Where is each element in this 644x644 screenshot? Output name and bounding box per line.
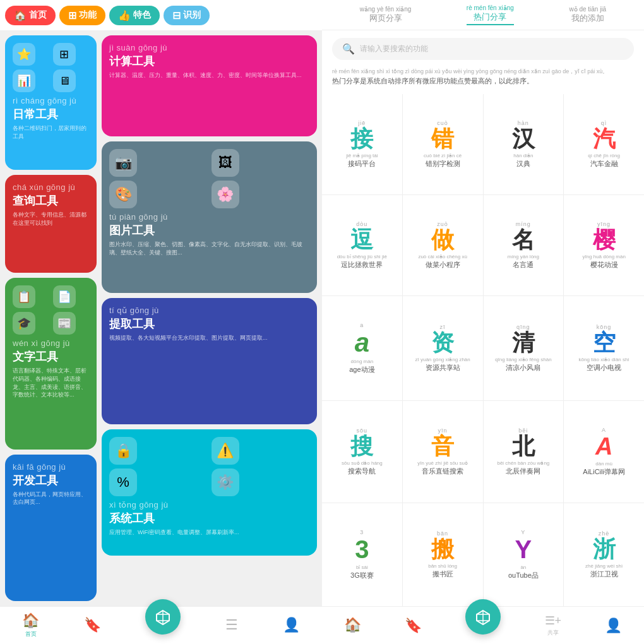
- daily-desc: 各种二维码扫门，居家用到的工具: [13, 124, 89, 140]
- feature-A-name: AiLiCili弹幕网: [583, 467, 625, 477]
- feature-sou[interactable]: sōu 搜 sōu suǒ dǎo háng 搜索导航: [322, 401, 402, 503]
- feature-a[interactable]: a a dòng màn age动漫: [322, 296, 402, 400]
- feature-Y-char: Y: [515, 537, 532, 562]
- feature-han[interactable]: hàn 汉 hàn diǎn 汉典: [484, 94, 564, 194]
- image-icon2: 🖼: [212, 149, 239, 177]
- feature-dou-name-pinyin: dòu bǐ shěng jiù shì jiè: [337, 254, 387, 260]
- nav-home[interactable]: 🏠 首页: [5, 6, 56, 25]
- tab-hotshare-pinyin: rè mén fēn xiǎng: [467, 4, 514, 11]
- feature-bei[interactable]: běi 北 běi chén bàn zòu wǎng 北辰伴奏网: [484, 401, 564, 503]
- bookmark-nav-icon: 🔖: [84, 617, 101, 633]
- bookmark-icon-right: 🔖: [405, 617, 422, 634]
- bottom-bookmark-left[interactable]: 🔖: [84, 617, 101, 635]
- feature-jie[interactable]: jiē 接 jiē mǎ píng tái 接码平台: [322, 94, 402, 194]
- card-query[interactable]: chá xún gōng jù 查询工具 各种文字、专用信息、清源都在这里可以找…: [5, 175, 97, 273]
- home-icon: 🏠: [14, 9, 27, 21]
- feature-cuo-char: 错: [431, 128, 454, 150]
- feature-ying-name: 樱花动漫: [590, 260, 618, 270]
- feature-han-name-pinyin: hàn diǎn: [513, 153, 533, 159]
- left-panel: 🏠 首页 ⊞ 功能 👍 特色 ⊟ 识别 ⭐ ⊞ 📊 🖥: [0, 0, 322, 644]
- feature-cuo-name: 错别字检测: [426, 159, 460, 169]
- feature-ban[interactable]: bān 搬 bān shū lóng 搬书匠: [403, 503, 483, 606]
- bottom-add-right[interactable]: ☰+ 共享: [545, 614, 562, 637]
- bottom-user-left[interactable]: 👤: [283, 617, 300, 635]
- feature-yin[interactable]: yīn 音 yīn yuè zhí jiē sōu suǒ 音乐直链搜索: [403, 401, 483, 503]
- fab-right[interactable]: [465, 599, 501, 635]
- bottom-home-left[interactable]: 🏠 首页: [22, 612, 39, 638]
- bottom-home-right[interactable]: 🏠: [344, 617, 361, 635]
- bottom-user-right[interactable]: 👤: [605, 617, 622, 634]
- feature-kong-name: 空调小电视: [587, 363, 621, 373]
- feature-ying[interactable]: yīng 樱 yīng huā dòng màn 樱花动漫: [564, 195, 644, 295]
- nav-func-label: 功能: [79, 9, 97, 21]
- feature-han-char: 汉: [512, 128, 535, 150]
- feature-A[interactable]: A A dàn mù AiLiCili弹幕网: [564, 401, 644, 503]
- feature-ying-name-pinyin: yīng huā dòng màn: [582, 254, 626, 260]
- tab-hotshare[interactable]: rè mén fēn xiǎng 热门分享: [467, 4, 514, 25]
- cube-icon-right: [474, 608, 492, 626]
- image-icon4: 🌸: [212, 181, 239, 208]
- card-system[interactable]: 🔒 ⚠️ % ⚙️ xì tǒng gōng jù 系统工具 应用管理、WiFi…: [102, 429, 317, 556]
- card-calc[interactable]: jì suàn gōng jù 计算工具 计算器、温度、压力、重量、体积、速度、…: [102, 35, 317, 136]
- feature-Y-pinyin: Y: [521, 529, 525, 535]
- card-daily[interactable]: ⭐ ⊞ 📊 🖥 rì cháng gōng jù 日常工具 各种二维码扫门，居家…: [5, 35, 97, 170]
- tab-webpage-label: 网页分享: [369, 13, 402, 24]
- card-text[interactable]: 📋 📄 🎓 📰 wén xì gōng jù 文字工具 语言翻译器、特殊文本、层…: [5, 278, 97, 449]
- special-icon: 👍: [118, 9, 131, 21]
- card-dev[interactable]: kāi fā gōng jù 开发工具 各种代码工具，网页特应用、去白网页...: [5, 455, 97, 601]
- calc-title-zh: jì suàn gōng jù: [109, 43, 309, 52]
- top-nav-left: 🏠 首页 ⊞ 功能 👍 特色 ⊟ 识别: [0, 0, 322, 30]
- feature-qing[interactable]: qīng 清 qīng liáng xiǎo fēng shàn 清凉小风扇: [484, 296, 564, 400]
- feature-grid: jiē 接 jiē mǎ píng tái 接码平台 cuò 错 cuò bié…: [322, 94, 644, 606]
- extract-title-cn: 提取工具: [109, 316, 309, 331]
- feature-kong[interactable]: kōng 空 kōng tiáo xiǎo diàn shì 空调小电视: [564, 296, 644, 400]
- func-icon: ⊞: [68, 9, 76, 21]
- bottom-fab-right[interactable]: [465, 617, 501, 635]
- tab-myadd[interactable]: wǒ de tiān jiā 我的添加: [569, 6, 606, 24]
- right-panel: wǎng yè fēn xiǎng 网页分享 rè mén fēn xiǎng …: [322, 0, 644, 644]
- fab-left[interactable]: [145, 599, 181, 635]
- feature-sou-char: 搜: [350, 435, 373, 458]
- bottom-fab-left[interactable]: [145, 617, 181, 635]
- search-bar[interactable]: 🔍 请输入要搜索的功能: [332, 38, 634, 60]
- left-scroll: ⭐ ⊞ 📊 🖥 rì cháng gōng jù 日常工具 各种二维码扫门，居家…: [0, 30, 322, 606]
- feature-ming[interactable]: míng 名 míng yán lòng 名言通: [484, 195, 564, 295]
- feature-dou[interactable]: dòu 逗 dòu bǐ shěng jiù shì jiè 逗比拯救世界: [322, 195, 402, 295]
- nav-func[interactable]: ⊞ 功能: [59, 6, 105, 25]
- feature-cuo-name-pinyin: cuò bié zì jiǎn cè: [424, 153, 462, 159]
- feature-qi-name-pinyin: qì chē jīn róng: [588, 153, 620, 159]
- card-extract[interactable]: tí qǔ gōng jù 提取工具 视频提取、各大短视频平台无水印提取、图片提…: [102, 298, 317, 424]
- system-desc: 应用管理、WiFi密码查看、电量调整、屏幕刷新率...: [109, 528, 309, 537]
- feature-bei-name-pinyin: běi chén bàn zòu wǎng: [497, 460, 549, 467]
- feature-Y[interactable]: Y Y àn ouTube品: [484, 503, 564, 606]
- nav-recog[interactable]: ⊟ 识别: [164, 6, 210, 25]
- feature-zuo[interactable]: zuò 做 zuò cài xiǎo chéng xù 做菜小程序: [403, 195, 483, 295]
- feature-qi-name: 汽车金融: [590, 159, 618, 169]
- cube-icon-left: [154, 608, 172, 626]
- feature-A-name-pinyin: dàn mù: [595, 461, 612, 467]
- image-icon1: 📷: [109, 149, 137, 177]
- nav-special[interactable]: 👍 特色: [109, 6, 160, 25]
- bottom-add-left[interactable]: ☰: [225, 617, 238, 635]
- feature-qi[interactable]: qì 汽 qì chē jīn róng 汽车金融: [564, 94, 644, 194]
- feature-A-char: A: [595, 434, 612, 458]
- feature-zhe-char: 浙: [593, 538, 616, 561]
- feature-3-pinyin: 3: [360, 529, 364, 535]
- feature-cuo[interactable]: cuò 错 cuò bié zì jiǎn cè 错别字检测: [403, 94, 483, 194]
- card-image[interactable]: 📷 🖼 🎨 🌸 tú piàn gōng jù 图片工具 图片水印、压缩、聚色、…: [102, 141, 317, 293]
- tab-webpage[interactable]: wǎng yè fēn xiǎng 网页分享: [360, 6, 412, 24]
- system-icon3: %: [109, 468, 137, 496]
- feature-kong-name-pinyin: kōng tiáo xiǎo diàn shì: [579, 357, 629, 363]
- feature-zhe[interactable]: zhè 浙 zhè jiāng wèi shì 浙江卫视: [564, 503, 644, 606]
- system-icon2: ⚠️: [212, 437, 239, 465]
- dev-title-cn: 开发工具: [13, 473, 89, 488]
- feature-zi[interactable]: zī 资 zī yuán gòng xiǎng zhàn 资源共享站: [403, 296, 483, 400]
- recog-icon: ⊟: [172, 9, 181, 21]
- text-desc: 语言翻译器、特殊文本、层析代码器、各种编码、成语接龙、主言、成美读、语拼音、字数…: [13, 367, 89, 398]
- feature-dou-name: 逗比拯救世界: [341, 260, 383, 270]
- feature-ming-name: 名言通: [513, 260, 534, 270]
- daily-icon4: 🖥: [53, 69, 76, 92]
- bottom-bookmark-right[interactable]: 🔖: [405, 617, 422, 634]
- text-icon4: 📰: [53, 312, 76, 335]
- feature-3[interactable]: 3 3 bǐ sài 3G联赛: [322, 503, 402, 606]
